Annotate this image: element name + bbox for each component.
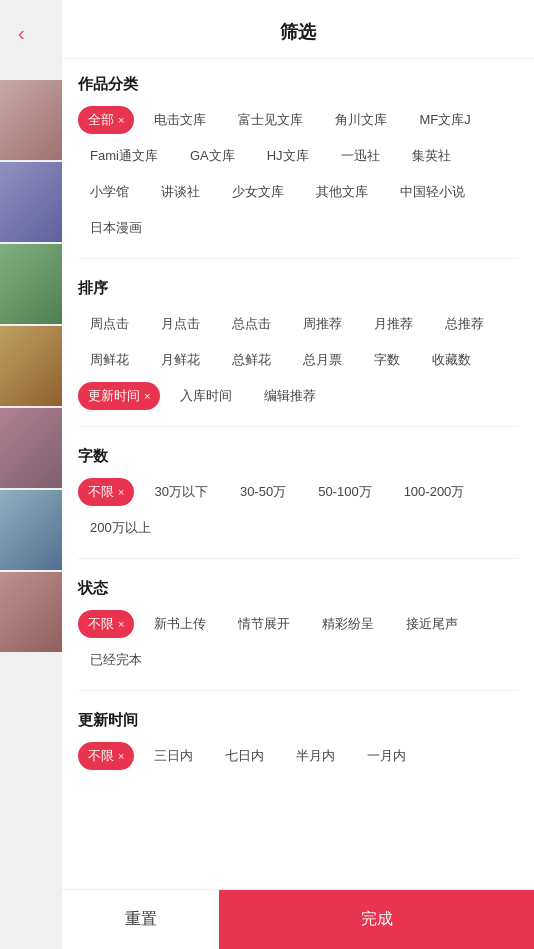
book-cover-7	[0, 572, 62, 652]
tag-category-tags-1[interactable]: 电击文库	[142, 106, 218, 134]
tag-sort-tags-1[interactable]: 月点击	[149, 310, 212, 338]
tag-sort-tags-11[interactable]: 收藏数	[420, 346, 483, 374]
divider-3	[78, 558, 518, 559]
tag-category-tags-15[interactable]: 日本漫画	[78, 214, 154, 242]
tag-category-tags-2[interactable]: 富士见文库	[226, 106, 315, 134]
section-title-status: 状态	[78, 579, 518, 598]
section-status: 状态 不限×新书上传情节展开精彩纷呈接近尾声已经完本	[78, 563, 518, 686]
tag-category-tags-13[interactable]: 其他文库	[304, 178, 380, 206]
tag-sort-tags-4[interactable]: 月推荐	[362, 310, 425, 338]
tag-sort-tags-3[interactable]: 周推荐	[291, 310, 354, 338]
confirm-button[interactable]: 完成	[219, 890, 534, 949]
tag-status-tags-5[interactable]: 已经完本	[78, 646, 154, 674]
section-category: 作品分类 全部×电击文库富士见文库角川文库MF文库JFami通文库GA文库HJ文…	[78, 59, 518, 254]
section-wordcount: 字数 不限×30万以下30-50万50-100万100-200万200万以上	[78, 431, 518, 554]
tag-sort-tags-5[interactable]: 总推荐	[433, 310, 496, 338]
tag-status-tags-0[interactable]: 不限×	[78, 610, 134, 638]
section-title-category: 作品分类	[78, 75, 518, 94]
book-cover-6	[0, 490, 62, 570]
tag-category-tags-7[interactable]: HJ文库	[255, 142, 321, 170]
tag-category-tags-6[interactable]: GA文库	[178, 142, 247, 170]
filter-body: 作品分类 全部×电击文库富士见文库角川文库MF文库JFami通文库GA文库HJ文…	[62, 59, 534, 889]
status-tags: 不限×新书上传情节展开精彩纷呈接近尾声已经完本	[78, 610, 518, 674]
tag-sort-tags-2[interactable]: 总点击	[220, 310, 283, 338]
tag-update-time-tags-3[interactable]: 半月内	[284, 742, 347, 770]
section-title-sort: 排序	[78, 279, 518, 298]
sidebar-books	[0, 80, 62, 652]
book-cover-4	[0, 326, 62, 406]
close-icon: ×	[118, 750, 124, 762]
tag-wordcount-tags-0[interactable]: 不限×	[78, 478, 134, 506]
tag-category-tags-11[interactable]: 讲谈社	[149, 178, 212, 206]
section-title-update-time: 更新时间	[78, 711, 518, 730]
tag-wordcount-tags-2[interactable]: 30-50万	[228, 478, 298, 506]
tag-update-time-tags-0[interactable]: 不限×	[78, 742, 134, 770]
filter-panel: 筛选 作品分类 全部×电击文库富士见文库角川文库MF文库JFami通文库GA文库…	[62, 0, 534, 949]
tag-category-tags-9[interactable]: 集英社	[400, 142, 463, 170]
close-icon: ×	[118, 114, 124, 126]
section-update-time: 更新时间 不限×三日内七日内半月内一月内	[78, 695, 518, 782]
filter-title: 筛选	[62, 0, 534, 59]
tag-sort-tags-10[interactable]: 字数	[362, 346, 412, 374]
tag-status-tags-3[interactable]: 精彩纷呈	[310, 610, 386, 638]
tag-status-tags-1[interactable]: 新书上传	[142, 610, 218, 638]
tag-category-tags-14[interactable]: 中国轻小说	[388, 178, 477, 206]
book-cover-2	[0, 162, 62, 242]
tag-sort-tags-14[interactable]: 编辑推荐	[252, 382, 328, 410]
tag-update-time-tags-2[interactable]: 七日内	[213, 742, 276, 770]
category-tags: 全部×电击文库富士见文库角川文库MF文库JFami通文库GA文库HJ文库一迅社集…	[78, 106, 518, 242]
tag-category-tags-12[interactable]: 少女文库	[220, 178, 296, 206]
tag-update-time-tags-1[interactable]: 三日内	[142, 742, 205, 770]
divider-4	[78, 690, 518, 691]
tag-wordcount-tags-4[interactable]: 100-200万	[392, 478, 477, 506]
tag-sort-tags-6[interactable]: 周鲜花	[78, 346, 141, 374]
tag-status-tags-2[interactable]: 情节展开	[226, 610, 302, 638]
tag-wordcount-tags-5[interactable]: 200万以上	[78, 514, 163, 542]
tag-wordcount-tags-1[interactable]: 30万以下	[142, 478, 219, 506]
back-button[interactable]: ‹	[18, 22, 25, 45]
tag-sort-tags-13[interactable]: 入库时间	[168, 382, 244, 410]
tag-category-tags-0[interactable]: 全部×	[78, 106, 134, 134]
tag-sort-tags-8[interactable]: 总鲜花	[220, 346, 283, 374]
section-sort: 排序 周点击月点击总点击周推荐月推荐总推荐周鲜花月鲜花总鲜花总月票字数收藏数更新…	[78, 263, 518, 422]
section-title-wordcount: 字数	[78, 447, 518, 466]
close-icon: ×	[118, 618, 124, 630]
tag-sort-tags-7[interactable]: 月鲜花	[149, 346, 212, 374]
sort-tags: 周点击月点击总点击周推荐月推荐总推荐周鲜花月鲜花总鲜花总月票字数收藏数更新时间×…	[78, 310, 518, 410]
tag-category-tags-4[interactable]: MF文库J	[407, 106, 482, 134]
tag-update-time-tags-4[interactable]: 一月内	[355, 742, 418, 770]
close-icon: ×	[144, 390, 150, 402]
reset-button[interactable]: 重置	[62, 890, 219, 949]
tag-category-tags-3[interactable]: 角川文库	[323, 106, 399, 134]
tag-category-tags-8[interactable]: 一迅社	[329, 142, 392, 170]
filter-footer: 重置 完成	[62, 889, 534, 949]
divider-2	[78, 426, 518, 427]
tag-category-tags-10[interactable]: 小学馆	[78, 178, 141, 206]
book-cover-3	[0, 244, 62, 324]
tag-sort-tags-9[interactable]: 总月票	[291, 346, 354, 374]
update-time-tags: 不限×三日内七日内半月内一月内	[78, 742, 518, 770]
tag-wordcount-tags-3[interactable]: 50-100万	[306, 478, 383, 506]
tag-sort-tags-12[interactable]: 更新时间×	[78, 382, 160, 410]
tag-sort-tags-0[interactable]: 周点击	[78, 310, 141, 338]
sidebar-panel: ‹	[0, 0, 62, 949]
divider-1	[78, 258, 518, 259]
tag-status-tags-4[interactable]: 接近尾声	[394, 610, 470, 638]
wordcount-tags: 不限×30万以下30-50万50-100万100-200万200万以上	[78, 478, 518, 542]
book-cover-1	[0, 80, 62, 160]
close-icon: ×	[118, 486, 124, 498]
tag-category-tags-5[interactable]: Fami通文库	[78, 142, 170, 170]
book-cover-5	[0, 408, 62, 488]
